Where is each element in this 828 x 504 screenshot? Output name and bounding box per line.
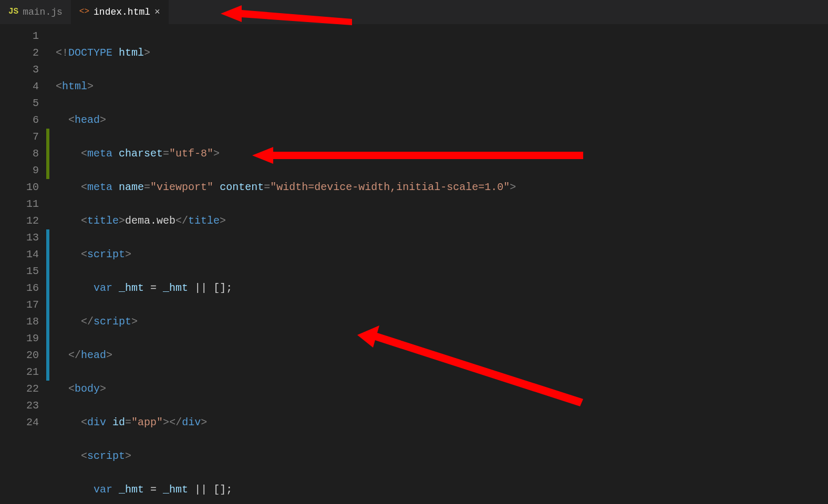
line-number: 24: [0, 414, 46, 431]
code-line[interactable]: <head>: [56, 112, 828, 129]
code-line[interactable]: <meta charset="utf-8">: [56, 145, 828, 162]
tab-main-js[interactable]: JS main.js: [0, 0, 71, 24]
line-number: 20: [0, 347, 46, 364]
code-area[interactable]: <!DOCTYPE html> <html> <head> <meta char…: [49, 25, 828, 504]
code-line[interactable]: <html>: [56, 78, 828, 95]
line-number: 5: [0, 95, 46, 112]
editor-window: JS main.js <> index.html × 1 2 3 4 5 6 7…: [0, 0, 828, 504]
line-number: 13: [0, 229, 46, 246]
line-number: 2: [0, 45, 46, 61]
line-number: 7: [0, 129, 46, 145]
line-number: 11: [0, 196, 46, 213]
line-number: 3: [0, 61, 46, 78]
tab-bar: JS main.js <> index.html ×: [0, 0, 828, 25]
line-number: 10: [0, 179, 46, 196]
code-line[interactable]: <meta name="viewport" content="width=dev…: [56, 179, 828, 196]
line-number: 23: [0, 397, 46, 414]
line-number: 19: [0, 330, 46, 347]
code-line[interactable]: <body>: [56, 381, 828, 397]
tab-label: main.js: [23, 5, 63, 20]
line-number-gutter: 1 2 3 4 5 6 7 8 9 10 11 12 13 14 15 16 1…: [0, 25, 46, 504]
line-number: 21: [0, 364, 46, 381]
line-number: 9: [0, 162, 46, 179]
code-line[interactable]: <script>: [56, 448, 828, 465]
line-number: 22: [0, 381, 46, 397]
tab-index-html[interactable]: <> index.html ×: [71, 0, 169, 24]
line-number: 1: [0, 28, 46, 45]
line-number: 14: [0, 246, 46, 263]
code-line[interactable]: </script>: [56, 313, 828, 330]
code-line[interactable]: <script>: [56, 246, 828, 263]
line-number: 8: [0, 145, 46, 162]
line-number: 6: [0, 112, 46, 129]
code-line[interactable]: var _hmt = _hmt || [];: [56, 481, 828, 498]
js-icon: JS: [8, 5, 18, 19]
line-number: 16: [0, 280, 46, 297]
code-line[interactable]: <!DOCTYPE html>: [56, 45, 828, 61]
close-icon[interactable]: ×: [154, 7, 160, 17]
code-editor[interactable]: 1 2 3 4 5 6 7 8 9 10 11 12 13 14 15 16 1…: [0, 25, 828, 504]
html-icon: <>: [79, 5, 89, 19]
tab-label: index.html: [94, 5, 150, 20]
line-number: 12: [0, 213, 46, 229]
line-number: 4: [0, 78, 46, 95]
line-number: 15: [0, 263, 46, 280]
code-line[interactable]: var _hmt = _hmt || [];: [56, 280, 828, 297]
line-number: 17: [0, 297, 46, 313]
code-line[interactable]: <title>dema.web</title>: [56, 213, 828, 229]
code-line[interactable]: </head>: [56, 347, 828, 364]
code-line[interactable]: <div id="app"></div>: [56, 414, 828, 431]
line-number: 18: [0, 313, 46, 330]
